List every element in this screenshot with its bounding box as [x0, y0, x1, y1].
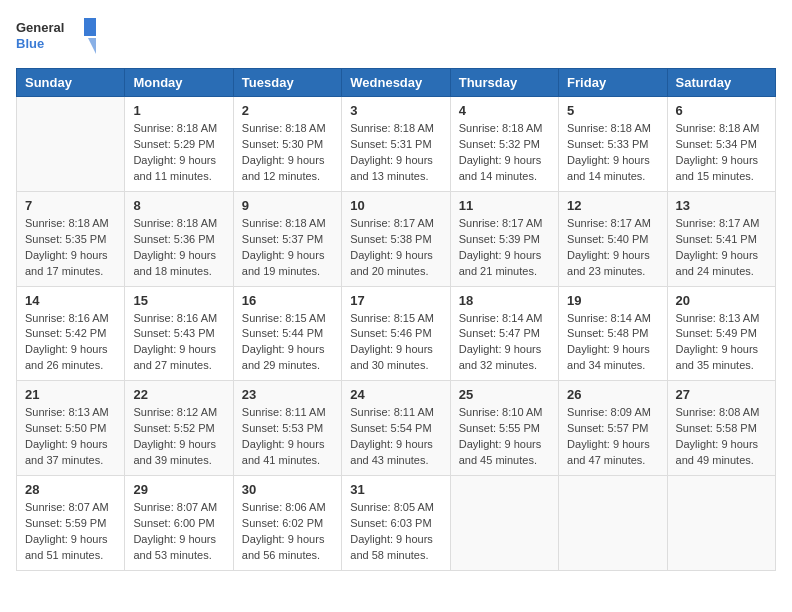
day-info: Sunrise: 8:17 AMSunset: 5:40 PMDaylight:…	[567, 216, 658, 280]
calendar-table: SundayMondayTuesdayWednesdayThursdayFrid…	[16, 68, 776, 571]
day-number: 26	[567, 387, 658, 402]
calendar-cell: 28Sunrise: 8:07 AMSunset: 5:59 PMDayligh…	[17, 476, 125, 571]
day-info: Sunrise: 8:18 AMSunset: 5:31 PMDaylight:…	[350, 121, 441, 185]
day-info: Sunrise: 8:11 AMSunset: 5:54 PMDaylight:…	[350, 405, 441, 469]
day-info: Sunrise: 8:17 AMSunset: 5:41 PMDaylight:…	[676, 216, 767, 280]
day-number: 16	[242, 293, 333, 308]
day-number: 22	[133, 387, 224, 402]
day-number: 19	[567, 293, 658, 308]
dow-monday: Monday	[125, 69, 233, 97]
day-number: 13	[676, 198, 767, 213]
week-row-2: 14Sunrise: 8:16 AMSunset: 5:42 PMDayligh…	[17, 286, 776, 381]
day-number: 27	[676, 387, 767, 402]
day-info: Sunrise: 8:18 AMSunset: 5:34 PMDaylight:…	[676, 121, 767, 185]
svg-marker-3	[88, 38, 96, 54]
calendar-cell: 3Sunrise: 8:18 AMSunset: 5:31 PMDaylight…	[342, 97, 450, 192]
day-number: 21	[25, 387, 116, 402]
day-info: Sunrise: 8:18 AMSunset: 5:37 PMDaylight:…	[242, 216, 333, 280]
day-info: Sunrise: 8:16 AMSunset: 5:42 PMDaylight:…	[25, 311, 116, 375]
calendar-cell: 12Sunrise: 8:17 AMSunset: 5:40 PMDayligh…	[559, 191, 667, 286]
day-number: 2	[242, 103, 333, 118]
day-number: 12	[567, 198, 658, 213]
day-info: Sunrise: 8:15 AMSunset: 5:44 PMDaylight:…	[242, 311, 333, 375]
week-row-3: 21Sunrise: 8:13 AMSunset: 5:50 PMDayligh…	[17, 381, 776, 476]
day-number: 11	[459, 198, 550, 213]
calendar-cell: 22Sunrise: 8:12 AMSunset: 5:52 PMDayligh…	[125, 381, 233, 476]
day-info: Sunrise: 8:17 AMSunset: 5:38 PMDaylight:…	[350, 216, 441, 280]
day-info: Sunrise: 8:18 AMSunset: 5:32 PMDaylight:…	[459, 121, 550, 185]
day-number: 25	[459, 387, 550, 402]
calendar-cell: 6Sunrise: 8:18 AMSunset: 5:34 PMDaylight…	[667, 97, 775, 192]
calendar-cell: 8Sunrise: 8:18 AMSunset: 5:36 PMDaylight…	[125, 191, 233, 286]
calendar-cell: 11Sunrise: 8:17 AMSunset: 5:39 PMDayligh…	[450, 191, 558, 286]
calendar-cell: 24Sunrise: 8:11 AMSunset: 5:54 PMDayligh…	[342, 381, 450, 476]
day-info: Sunrise: 8:18 AMSunset: 5:29 PMDaylight:…	[133, 121, 224, 185]
calendar-cell: 10Sunrise: 8:17 AMSunset: 5:38 PMDayligh…	[342, 191, 450, 286]
calendar-cell: 18Sunrise: 8:14 AMSunset: 5:47 PMDayligh…	[450, 286, 558, 381]
day-number: 31	[350, 482, 441, 497]
day-info: Sunrise: 8:10 AMSunset: 5:55 PMDaylight:…	[459, 405, 550, 469]
calendar-cell: 30Sunrise: 8:06 AMSunset: 6:02 PMDayligh…	[233, 476, 341, 571]
svg-text:General: General	[16, 20, 64, 35]
day-number: 29	[133, 482, 224, 497]
day-info: Sunrise: 8:07 AMSunset: 6:00 PMDaylight:…	[133, 500, 224, 564]
day-info: Sunrise: 8:18 AMSunset: 5:30 PMDaylight:…	[242, 121, 333, 185]
calendar-cell: 26Sunrise: 8:09 AMSunset: 5:57 PMDayligh…	[559, 381, 667, 476]
day-number: 4	[459, 103, 550, 118]
days-of-week-header: SundayMondayTuesdayWednesdayThursdayFrid…	[17, 69, 776, 97]
day-info: Sunrise: 8:18 AMSunset: 5:36 PMDaylight:…	[133, 216, 224, 280]
calendar-cell	[667, 476, 775, 571]
week-row-4: 28Sunrise: 8:07 AMSunset: 5:59 PMDayligh…	[17, 476, 776, 571]
day-info: Sunrise: 8:17 AMSunset: 5:39 PMDaylight:…	[459, 216, 550, 280]
day-number: 17	[350, 293, 441, 308]
day-info: Sunrise: 8:15 AMSunset: 5:46 PMDaylight:…	[350, 311, 441, 375]
calendar-cell: 2Sunrise: 8:18 AMSunset: 5:30 PMDaylight…	[233, 97, 341, 192]
calendar-body: 1Sunrise: 8:18 AMSunset: 5:29 PMDaylight…	[17, 97, 776, 571]
calendar-cell: 15Sunrise: 8:16 AMSunset: 5:43 PMDayligh…	[125, 286, 233, 381]
day-number: 23	[242, 387, 333, 402]
week-row-0: 1Sunrise: 8:18 AMSunset: 5:29 PMDaylight…	[17, 97, 776, 192]
day-number: 7	[25, 198, 116, 213]
day-info: Sunrise: 8:14 AMSunset: 5:47 PMDaylight:…	[459, 311, 550, 375]
calendar-cell: 31Sunrise: 8:05 AMSunset: 6:03 PMDayligh…	[342, 476, 450, 571]
calendar-cell: 23Sunrise: 8:11 AMSunset: 5:53 PMDayligh…	[233, 381, 341, 476]
dow-wednesday: Wednesday	[342, 69, 450, 97]
day-number: 10	[350, 198, 441, 213]
calendar-cell: 27Sunrise: 8:08 AMSunset: 5:58 PMDayligh…	[667, 381, 775, 476]
day-number: 30	[242, 482, 333, 497]
svg-marker-2	[84, 18, 96, 36]
calendar-cell: 25Sunrise: 8:10 AMSunset: 5:55 PMDayligh…	[450, 381, 558, 476]
dow-thursday: Thursday	[450, 69, 558, 97]
calendar-cell: 17Sunrise: 8:15 AMSunset: 5:46 PMDayligh…	[342, 286, 450, 381]
dow-friday: Friday	[559, 69, 667, 97]
day-number: 14	[25, 293, 116, 308]
day-number: 24	[350, 387, 441, 402]
calendar-cell	[17, 97, 125, 192]
calendar-cell: 21Sunrise: 8:13 AMSunset: 5:50 PMDayligh…	[17, 381, 125, 476]
calendar-cell: 16Sunrise: 8:15 AMSunset: 5:44 PMDayligh…	[233, 286, 341, 381]
day-info: Sunrise: 8:11 AMSunset: 5:53 PMDaylight:…	[242, 405, 333, 469]
day-number: 9	[242, 198, 333, 213]
calendar-cell: 29Sunrise: 8:07 AMSunset: 6:00 PMDayligh…	[125, 476, 233, 571]
calendar-cell	[559, 476, 667, 571]
day-number: 6	[676, 103, 767, 118]
dow-tuesday: Tuesday	[233, 69, 341, 97]
day-info: Sunrise: 8:18 AMSunset: 5:35 PMDaylight:…	[25, 216, 116, 280]
day-number: 8	[133, 198, 224, 213]
day-info: Sunrise: 8:09 AMSunset: 5:57 PMDaylight:…	[567, 405, 658, 469]
day-number: 5	[567, 103, 658, 118]
day-number: 3	[350, 103, 441, 118]
day-info: Sunrise: 8:05 AMSunset: 6:03 PMDaylight:…	[350, 500, 441, 564]
day-number: 15	[133, 293, 224, 308]
calendar-cell: 7Sunrise: 8:18 AMSunset: 5:35 PMDaylight…	[17, 191, 125, 286]
day-number: 28	[25, 482, 116, 497]
day-number: 20	[676, 293, 767, 308]
day-info: Sunrise: 8:16 AMSunset: 5:43 PMDaylight:…	[133, 311, 224, 375]
day-info: Sunrise: 8:13 AMSunset: 5:50 PMDaylight:…	[25, 405, 116, 469]
logo: General Blue	[16, 16, 96, 56]
calendar-cell: 20Sunrise: 8:13 AMSunset: 5:49 PMDayligh…	[667, 286, 775, 381]
day-number: 18	[459, 293, 550, 308]
header: General Blue	[16, 16, 776, 56]
dow-sunday: Sunday	[17, 69, 125, 97]
dow-saturday: Saturday	[667, 69, 775, 97]
